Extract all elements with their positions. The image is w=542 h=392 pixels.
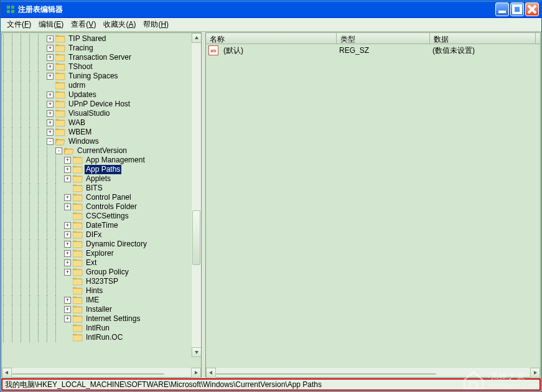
tree-node[interactable]: +DateTime (3, 221, 201, 230)
tree-node[interactable]: +Controls Folder (3, 202, 201, 212)
folder-closed-icon (55, 110, 65, 118)
tree-node[interactable]: +DIFx (3, 230, 201, 240)
tree-node[interactable]: +Internet Settings (3, 314, 201, 324)
expand-icon[interactable]: + (47, 129, 54, 136)
expand-icon[interactable]: + (64, 194, 71, 201)
collapse-icon[interactable]: - (55, 147, 62, 154)
tree-scroll[interactable]: +TIP Shared+Tracing+Transaction Server+T… (2, 33, 201, 367)
scroll-right-icon[interactable] (191, 368, 201, 378)
expand-icon[interactable]: + (47, 54, 54, 61)
folder-closed-icon (55, 44, 65, 52)
scroll-down-icon[interactable] (192, 347, 201, 357)
tree-node[interactable]: +Applets (3, 174, 201, 184)
tree-node[interactable]: +WBEM (3, 128, 201, 137)
tree-vscroll[interactable] (191, 33, 201, 357)
expand-icon[interactable]: + (64, 203, 71, 210)
expand-icon[interactable]: + (64, 166, 71, 173)
expand-icon[interactable]: + (64, 250, 71, 257)
folder-closed-icon (73, 166, 83, 174)
tree-node-label: WBEM (67, 128, 93, 137)
expand-icon[interactable]: + (64, 241, 71, 248)
vscroll-thumb[interactable] (192, 210, 200, 265)
list-hscroll[interactable] (206, 367, 540, 377)
tree-node[interactable]: +App Paths (3, 165, 201, 174)
tree-node[interactable]: +Tracing (3, 44, 201, 53)
expand-icon[interactable]: + (47, 110, 54, 117)
tree-node[interactable]: +IME (3, 296, 201, 305)
tree-node[interactable]: +UPnP Device Host (3, 100, 201, 109)
menu-view[interactable]: 查看(V) (67, 18, 100, 31)
expand-icon[interactable]: + (64, 231, 71, 238)
values-pane: 名称 类型 数据 ab(默认)REG_SZ(数值未设置) (205, 32, 541, 378)
expand-icon[interactable]: + (64, 175, 71, 182)
expand-icon[interactable]: + (47, 63, 54, 70)
expand-icon[interactable]: + (47, 73, 54, 80)
tree-node[interactable]: +Control Panel (3, 193, 201, 202)
list-row[interactable]: ab(默认)REG_SZ(数值未设置) (206, 45, 540, 55)
tree-hscroll[interactable] (2, 367, 201, 377)
maximize-button[interactable] (510, 2, 524, 16)
tree-node[interactable]: +Tuning Spaces (3, 72, 201, 81)
tree-node[interactable]: +Group Policy (3, 268, 201, 277)
tree-node[interactable]: -CurrentVersion (3, 146, 201, 156)
close-button[interactable] (525, 2, 539, 16)
tree-node[interactable]: -Windows (3, 137, 201, 146)
expand-icon[interactable]: + (47, 35, 54, 42)
expand-icon[interactable]: + (64, 315, 71, 322)
tree-node[interactable]: +TIP Shared (3, 34, 201, 44)
tree-node[interactable]: Hints (3, 286, 201, 296)
expand-icon[interactable]: + (47, 119, 54, 126)
expand-icon[interactable]: + (64, 157, 71, 164)
col-type[interactable]: 类型 (337, 33, 430, 44)
splitter[interactable] (202, 32, 205, 378)
menu-favorites[interactable]: 收藏夹(A) (100, 18, 139, 31)
minimize-button[interactable] (495, 2, 509, 16)
scroll-up-icon[interactable] (192, 33, 201, 43)
tree-node[interactable]: +App Management (3, 156, 201, 165)
tree-node[interactable]: +Dynamic Directory (3, 240, 201, 249)
expand-icon[interactable]: + (64, 269, 71, 276)
hscroll-thumb[interactable] (12, 373, 164, 375)
tree-node[interactable]: +TShoot (3, 62, 201, 72)
tree-node[interactable]: CSCSettings (3, 212, 201, 221)
list-hscroll-thumb[interactable] (216, 373, 436, 375)
scroll-right-icon[interactable] (530, 368, 540, 378)
expand-icon[interactable]: + (64, 259, 71, 266)
tree-node-label: DIFx (85, 230, 103, 240)
tree-node[interactable]: BITS (3, 184, 201, 193)
expand-icon[interactable]: + (64, 222, 71, 229)
expand-icon[interactable]: + (47, 45, 54, 52)
folder-closed-icon (55, 128, 65, 136)
expand-icon[interactable]: + (47, 101, 54, 108)
tree-node[interactable]: +Ext (3, 258, 201, 268)
tree-node-label: Updates (67, 90, 98, 100)
expand-icon[interactable]: + (47, 91, 54, 98)
tree-node[interactable]: +VisualStudio (3, 109, 201, 118)
col-name[interactable]: 名称 (206, 33, 337, 44)
scroll-left-icon[interactable] (2, 368, 12, 378)
titlebar[interactable]: 注册表编辑器 (1, 1, 541, 18)
col-data[interactable]: 数据 (430, 33, 536, 44)
tree-node-label: Installer (85, 305, 113, 314)
menu-edit[interactable]: 编辑(E) (35, 18, 67, 31)
menu-file[interactable]: 文件(F) (3, 18, 35, 31)
tree-node[interactable]: udrm (3, 81, 201, 90)
tree-node[interactable]: +WAB (3, 118, 201, 128)
menu-help[interactable]: 帮助(H) (139, 18, 172, 31)
tree-node[interactable]: H323TSP (3, 277, 201, 286)
expand-icon[interactable]: + (64, 297, 71, 304)
collapse-icon[interactable]: - (47, 138, 54, 145)
tree-node[interactable]: IntlRun (3, 324, 201, 333)
folder-closed-icon (73, 156, 83, 164)
tree-node[interactable]: +Updates (3, 90, 201, 100)
scroll-left-icon[interactable] (206, 368, 216, 378)
tree-node[interactable]: +Installer (3, 305, 201, 314)
folder-closed-icon (73, 278, 83, 286)
expand-icon[interactable]: + (64, 306, 71, 313)
tree-node-label: WAB (67, 118, 86, 128)
tree-node[interactable]: IntlRun.OC (3, 333, 201, 342)
vscroll-track[interactable] (192, 43, 201, 347)
tree-node[interactable]: +Explorer (3, 249, 201, 258)
tree-node[interactable]: +Transaction Server (3, 53, 201, 62)
list-body[interactable]: ab(默认)REG_SZ(数值未设置) (206, 44, 540, 367)
